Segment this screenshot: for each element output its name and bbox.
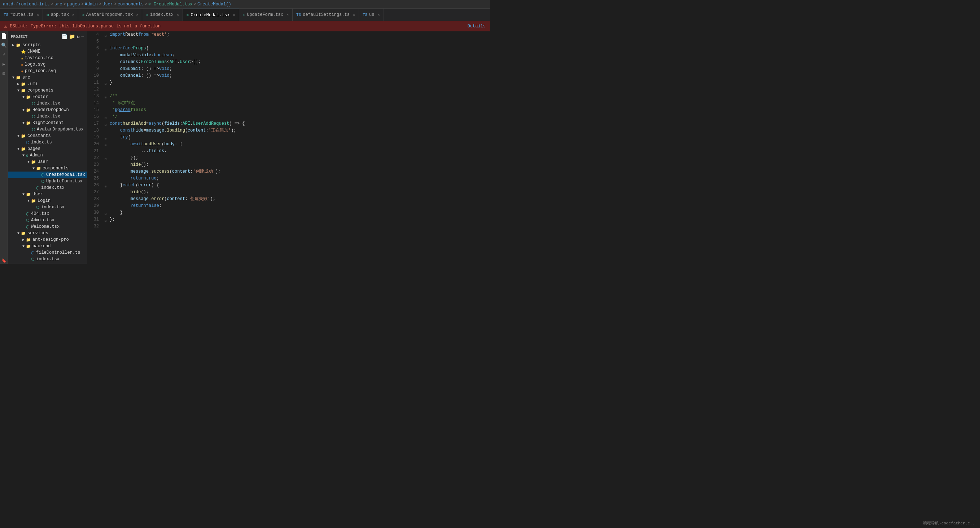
tree-item-hd-index[interactable]: ⬡ index.tsx <box>8 113 87 120</box>
code-lines: ⊟ import React from 'react'; ⊟ interface… <box>102 31 490 264</box>
code-line-27: hide(); <box>105 189 490 196</box>
folder-icon: 📁 <box>16 43 21 48</box>
bookmarks-icon[interactable]: 🔖 <box>1 257 7 264</box>
404-icon: ⬡ <box>26 212 30 216</box>
tree-item-scripts[interactable]: ▶ 📁 scripts <box>8 42 87 48</box>
code-line-5 <box>105 38 490 45</box>
refresh-icon[interactable]: ↻ <box>76 33 80 40</box>
code-line-21: ...fields, <box>105 148 490 155</box>
code-line-7: modalVisible: boolean; <box>105 52 490 59</box>
tsx-icon3: ⚛ <box>146 13 148 17</box>
tree-item-admin[interactable]: ▼ ⚙ Admin <box>8 152 87 159</box>
tree-item-filecontroller[interactable]: ⬡ fileController.ts <box>8 249 87 256</box>
tree-item-logo[interactable]: ◈ logo.svg <box>8 61 87 68</box>
folder-adp-icon: 📁 <box>26 238 31 242</box>
tree-item-backend[interactable]: ▼ 📁 backend <box>8 243 87 249</box>
chevron-src: ▼ <box>11 76 16 80</box>
tree-item-createmodal[interactable]: ⬡ CreateModal.tsx <box>8 171 87 178</box>
debug-icon[interactable]: ▶ <box>1 61 7 67</box>
code-line-4: ⊟ import React from 'react'; <box>105 31 490 38</box>
tree-item-ant-design-pro[interactable]: ▶ 📁 ant-design-pro <box>8 236 87 243</box>
tree-item-404[interactable]: ⬡ 404.tsx <box>8 211 87 217</box>
code-line-18: const hide = message.loading( content: '… <box>105 127 490 134</box>
tsx-icon2: ⚛ <box>82 13 84 17</box>
tree-item-constants[interactable]: ▼ 📁 constants <box>8 133 87 139</box>
tree-item-footer[interactable]: ▼ 📁 Footer <box>8 94 87 100</box>
search-icon[interactable]: 🔍 <box>1 42 7 49</box>
tree-item-umi[interactable]: ▶ 📁 .umi <box>8 81 87 87</box>
collapse-icon[interactable]: − <box>81 33 84 40</box>
tree-item-services[interactable]: ▼ 📁 services <box>8 230 87 236</box>
folder-umi-icon: 📁 <box>21 82 26 87</box>
code-line-14: * 添加节点 <box>105 100 490 107</box>
welcome-icon: ⬡ <box>26 225 30 229</box>
tabs-bar: TS routes.ts ✕ ⚙ app.tsx ✕ ⚛ AvatarDropd… <box>0 9 490 21</box>
error-message: ESLint: TypeError: this.libOptions.parse… <box>10 24 161 29</box>
tree-item-admin-tsx[interactable]: ⬡ Admin.tsx <box>8 217 87 224</box>
folder-comp-sub-icon: 📁 <box>36 166 41 171</box>
tab-index[interactable]: ⚛ index.tsx ✕ <box>142 9 183 21</box>
explorer-icon[interactable] <box>1 33 7 39</box>
tree-item-src[interactable]: ▼ 📁 src <box>8 74 87 81</box>
folder-login-icon: 📁 <box>31 198 36 203</box>
code-content: 4 5 6 7 8 9 10 11 12 13 14 15 16 17 18 1… <box>88 31 490 264</box>
tsx-file-icon3: ⬡ <box>32 127 35 132</box>
tree-item-headerdropdown[interactable]: ▼ 📁 HeaderDropdown <box>8 107 87 113</box>
git-icon[interactable]: ⑂ <box>1 52 7 58</box>
tree-item-cname[interactable]: ⭐ CNAME <box>8 48 87 55</box>
tree-item-rightcontent[interactable]: ▼ 📁 RightContent <box>8 120 87 126</box>
code-line-8: columns: ProColumns<API.User>[]; <box>105 59 490 66</box>
tab-routes[interactable]: TS routes.ts ✕ <box>0 9 43 21</box>
tab-app[interactable]: ⚙ app.tsx ✕ <box>43 9 78 21</box>
folder-user-icon: 📁 <box>31 160 36 164</box>
code-line-13: ⊟ /** <box>105 93 490 100</box>
tree-item-constants-index[interactable]: ⬡ index.ts <box>8 139 87 146</box>
code-editor: 4 5 6 7 8 9 10 11 12 13 14 15 16 17 18 1… <box>88 31 490 264</box>
folder-pages-icon: 📁 <box>21 147 26 151</box>
tab-createmodal[interactable]: ⚛ CreateModal.tsx ✕ <box>183 9 239 21</box>
tsx-icon5: ⚛ <box>243 13 245 17</box>
tab-avatardropdown[interactable]: ⚛ AvatarDropdown.tsx ✕ <box>78 9 142 21</box>
tree-item-avatardropdown[interactable]: ⬡ AvatarDropdown.tsx <box>8 126 87 133</box>
code-line-29: return false; <box>105 203 490 209</box>
tree-item-components[interactable]: ▼ 📁 components <box>8 87 87 94</box>
details-link[interactable]: Details <box>468 24 486 29</box>
tree-item-favicon[interactable]: ★ favicon.ico <box>8 55 87 61</box>
tree-item-welcome[interactable]: ⬡ Welcome.tsx <box>8 224 87 230</box>
tree-item-login[interactable]: ▼ 📁 Login <box>8 198 87 204</box>
tree-item-user2[interactable]: ▼ 📁 User <box>8 191 87 198</box>
chevron-components: ▼ <box>16 89 21 93</box>
tsx-icon4: ⚛ <box>186 13 189 17</box>
tree-item-user-index[interactable]: ⬡ index.tsx <box>8 184 87 191</box>
svg-icon2: ◈ <box>21 69 24 73</box>
code-line-9: onSubmit: () => void; <box>105 66 490 73</box>
error-icon: ⚠ <box>4 24 7 29</box>
new-folder-icon[interactable]: 📁 <box>69 33 75 40</box>
updateform-icon: ⬡ <box>41 179 45 184</box>
code-line-28: message.error( content: '创建失败'); <box>105 196 490 203</box>
tree-item-login-index[interactable]: ⬡ index.tsx <box>8 204 87 211</box>
ts-icon: TS <box>3 13 8 17</box>
tree-item-pro-icon[interactable]: ◈ pro_icon.svg <box>8 68 87 74</box>
new-file-icon[interactable]: 📄 <box>61 33 67 40</box>
tree-item-user-folder[interactable]: ▼ 📁 User <box>8 159 87 165</box>
tree-item-backend-index[interactable]: ⬡ index.tsx <box>8 256 87 262</box>
tree-item-pages[interactable]: ▼ 📁 pages <box>8 146 87 152</box>
folder-constants-icon: 📁 <box>21 134 26 138</box>
code-line-25: return true; <box>105 175 490 182</box>
folder-backend-icon: 📁 <box>26 244 31 249</box>
line-numbers: 4 5 6 7 8 9 10 11 12 13 14 15 16 17 18 1… <box>88 31 102 264</box>
tree-item-components-sub[interactable]: ▼ 📁 components <box>8 165 87 171</box>
tree-item-footer-index[interactable]: ⬡ index.tsx <box>8 100 87 107</box>
filecontroller-icon: ⬡ <box>31 251 35 255</box>
login-index-icon: ⬡ <box>36 205 40 210</box>
extensions-icon[interactable]: ⊞ <box>1 70 7 77</box>
tab-updateform[interactable]: ⚛ UpdateForm.tsx ✕ <box>239 9 293 21</box>
folder-admin-icon: ⚙ <box>26 153 29 158</box>
sidebar: Project 📄 📁 ↻ − ▶ 📁 scripts ⭐ CNAME ★ <box>8 31 88 264</box>
tree-item-updateform[interactable]: ⬡ UpdateForm.tsx <box>8 178 87 184</box>
tsx-icon: ⚙ <box>46 13 49 17</box>
tab-defaultsettings[interactable]: TS defaultSettings.ts ✕ <box>293 9 359 21</box>
sidebar-header: Project 📄 📁 ↻ − <box>8 31 87 42</box>
tab-us[interactable]: TS us ✕ <box>359 9 384 21</box>
